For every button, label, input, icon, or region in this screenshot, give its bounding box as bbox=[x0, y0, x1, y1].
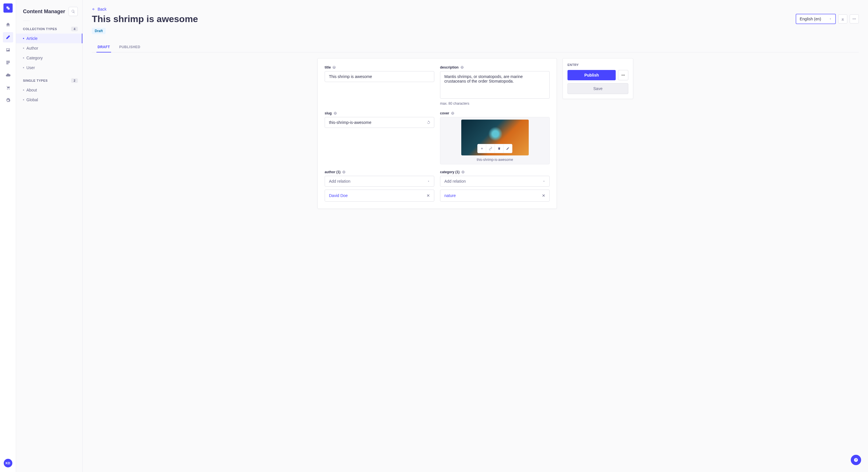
globe-icon bbox=[460, 66, 464, 69]
globe-icon bbox=[334, 111, 337, 115]
globe-icon bbox=[342, 170, 346, 174]
field-slug: slug bbox=[324, 111, 434, 164]
svg-point-1 bbox=[854, 19, 855, 19]
plus-icon bbox=[480, 147, 484, 150]
cover-link-button[interactable] bbox=[486, 144, 495, 153]
sidebar: Content Manager COLLECTION TYPES 4 Artic… bbox=[16, 0, 83, 472]
save-button[interactable]: Save bbox=[567, 83, 628, 94]
search-icon bbox=[71, 9, 75, 13]
svg-point-0 bbox=[853, 19, 854, 19]
field-category: category (1) Add relation nature ✕ bbox=[440, 170, 550, 202]
pencil-icon bbox=[506, 147, 509, 150]
nav-home-icon[interactable] bbox=[3, 20, 13, 30]
single-types-heading: SINGLE TYPES 2 bbox=[16, 78, 82, 85]
author-label: author (1) bbox=[324, 170, 434, 174]
globe-icon bbox=[451, 111, 454, 115]
publish-button[interactable]: Publish bbox=[567, 70, 616, 80]
app-logo[interactable] bbox=[3, 3, 12, 12]
cover-box: this-shrimp-is-awesome bbox=[440, 117, 550, 164]
sidebar-title: Content Manager bbox=[23, 9, 65, 14]
title-input[interactable] bbox=[324, 71, 434, 82]
nav-media-icon[interactable] bbox=[3, 45, 13, 55]
collection-types-heading: COLLECTION TYPES 4 bbox=[16, 27, 82, 34]
category-select[interactable]: Add relation bbox=[440, 176, 550, 187]
publish-more-button[interactable] bbox=[618, 70, 628, 80]
svg-point-10 bbox=[624, 75, 625, 75]
author-select[interactable]: Add relation bbox=[324, 176, 434, 187]
tab-draft[interactable]: DRAFT bbox=[96, 42, 111, 53]
locale-select[interactable]: English (en) bbox=[796, 14, 836, 24]
dots-icon bbox=[621, 73, 625, 77]
category-chip: nature ✕ bbox=[440, 190, 550, 202]
slug-input[interactable] bbox=[324, 117, 434, 128]
globe-icon bbox=[332, 66, 336, 69]
category-label: category (1) bbox=[440, 170, 550, 174]
nav-cloud-icon[interactable] bbox=[3, 70, 13, 80]
caret-down-icon bbox=[542, 180, 546, 183]
side-panel: ENTRY Publish Save bbox=[563, 58, 633, 99]
author-chip-label[interactable]: David Doe bbox=[329, 193, 348, 198]
nav-builder-icon[interactable] bbox=[3, 57, 13, 68]
cover-image[interactable] bbox=[461, 120, 529, 156]
entry-card: ENTRY Publish Save bbox=[563, 58, 633, 99]
caret-down-icon bbox=[427, 180, 430, 183]
status-badge: Draft bbox=[92, 28, 105, 34]
sidebar-item-global[interactable]: Global bbox=[16, 95, 82, 105]
svg-point-8 bbox=[622, 75, 622, 75]
question-icon bbox=[854, 458, 858, 462]
form-card: title description max. 80 characters slu… bbox=[317, 58, 557, 209]
cover-label: cover bbox=[440, 111, 550, 115]
cover-add-button[interactable] bbox=[477, 144, 486, 153]
svg-point-2 bbox=[855, 19, 856, 19]
cover-caption: this-shrimp-is-awesome bbox=[477, 158, 513, 162]
download-button[interactable] bbox=[838, 14, 847, 24]
entry-heading: ENTRY bbox=[567, 63, 628, 67]
sidebar-item-category[interactable]: Category bbox=[16, 53, 82, 63]
download-icon bbox=[841, 17, 845, 21]
sidebar-item-article[interactable]: Article bbox=[16, 34, 82, 43]
page-title: This shrimp is awesome bbox=[92, 14, 198, 24]
category-chip-remove[interactable]: ✕ bbox=[542, 193, 546, 198]
search-button[interactable] bbox=[69, 7, 78, 16]
field-cover: cover this-shrimp-is-awesome bbox=[440, 111, 550, 164]
svg-point-9 bbox=[623, 75, 623, 75]
help-fab[interactable] bbox=[851, 455, 861, 465]
refresh-icon bbox=[427, 121, 431, 125]
cover-delete-button[interactable] bbox=[495, 144, 503, 153]
title-label: title bbox=[324, 65, 434, 69]
description-input[interactable] bbox=[440, 71, 550, 99]
back-link[interactable]: Back bbox=[92, 7, 106, 11]
trash-icon bbox=[497, 147, 501, 150]
collection-count-badge: 4 bbox=[71, 27, 78, 31]
caret-down-icon bbox=[829, 18, 832, 20]
nav-content-icon[interactable] bbox=[3, 32, 13, 42]
globe-icon bbox=[461, 170, 465, 174]
nav-rail: KD bbox=[0, 0, 16, 472]
slug-label: slug bbox=[324, 111, 434, 115]
field-description: description max. 80 characters bbox=[440, 65, 550, 105]
field-author: author (1) Add relation David Doe ✕ bbox=[324, 170, 434, 202]
cover-toolbar bbox=[477, 144, 513, 153]
description-label: description bbox=[440, 65, 550, 69]
sidebar-item-author[interactable]: Author bbox=[16, 43, 82, 53]
link-icon bbox=[489, 147, 492, 150]
nav-settings-icon[interactable] bbox=[3, 95, 13, 105]
single-count-badge: 2 bbox=[71, 78, 78, 83]
user-avatar[interactable]: KD bbox=[4, 459, 12, 467]
sidebar-item-about[interactable]: About bbox=[16, 85, 82, 95]
dots-icon bbox=[852, 17, 856, 21]
field-title: title bbox=[324, 65, 434, 105]
author-chip: David Doe ✕ bbox=[324, 190, 434, 202]
slug-refresh-button[interactable] bbox=[426, 120, 431, 125]
sidebar-item-user[interactable]: User bbox=[16, 63, 82, 72]
description-hint: max. 80 characters bbox=[440, 102, 550, 105]
author-chip-remove[interactable]: ✕ bbox=[427, 193, 430, 198]
more-button[interactable] bbox=[849, 14, 859, 24]
cover-edit-button[interactable] bbox=[503, 144, 512, 153]
tabs: DRAFT PUBLISHED bbox=[92, 42, 859, 53]
divider bbox=[23, 21, 30, 21]
tab-published[interactable]: PUBLISHED bbox=[118, 42, 142, 53]
arrow-left-icon bbox=[92, 7, 95, 11]
nav-marketplace-icon[interactable] bbox=[3, 82, 13, 93]
category-chip-label[interactable]: nature bbox=[444, 193, 456, 198]
